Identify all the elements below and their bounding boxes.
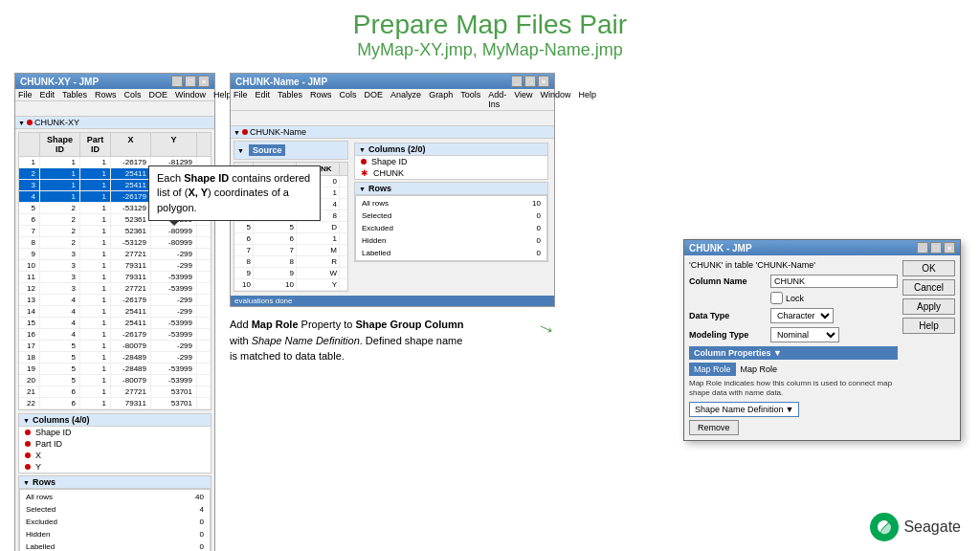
menu-tables[interactable]: Tables	[62, 90, 87, 99]
maximize-button[interactable]: □	[524, 76, 536, 87]
column-x: X	[19, 450, 211, 461]
name-columns-header: ▼ Columns (2/0)	[355, 143, 547, 156]
chunk-name-title: CHUNK-Name - JMP	[235, 77, 327, 87]
close-button[interactable]: ×	[538, 76, 549, 87]
table-row[interactable]: 1341-26179-299	[19, 295, 211, 306]
chunk-xy-controls[interactable]: _ □ ×	[171, 76, 210, 87]
chunk-xy-toolbar	[15, 101, 214, 117]
popup-controls[interactable]: _ □ ×	[917, 242, 955, 253]
shape-name-def-label: Shape Name Definition	[695, 405, 784, 414]
map-role-button[interactable]: Map Role	[689, 363, 736, 376]
data-type-row: Data Type Character Numeric	[689, 308, 898, 323]
modeling-type-row: Modeling Type Nominal Ordinal Continuous	[689, 327, 898, 342]
help-button[interactable]: Help	[902, 318, 955, 334]
menu-tables2[interactable]: Tables	[278, 90, 302, 109]
menu-cols2[interactable]: Cols	[340, 90, 357, 109]
table-row[interactable]: 821-53129-80999	[19, 237, 211, 249]
menu-help[interactable]: Help	[213, 90, 232, 99]
all-rows-label: All rows	[22, 492, 152, 502]
xy-rows-panel: ▼ Rows All rows40 Selected4 Excluded0 Hi…	[18, 475, 212, 551]
table-row[interactable]: 144125411-299	[19, 306, 211, 318]
menu-window2[interactable]: Window	[541, 90, 571, 109]
seagate-logo: Seagate	[870, 513, 961, 541]
table-row[interactable]: 113179311-53999	[19, 272, 211, 283]
maximize-button[interactable]: □	[185, 76, 196, 87]
chunk-xy-title: CHUNK-XY - JMP	[20, 77, 99, 87]
menu-addins2[interactable]: Add-Ins	[488, 90, 506, 109]
map-role-value: Map Role	[739, 363, 780, 376]
chunk-xy-nav: ▼ CHUNK-XY	[15, 117, 214, 129]
table-row[interactable]: 123127721-53999	[19, 283, 211, 295]
map-role-row: Map Role Map Role	[689, 363, 898, 376]
table-row[interactable]: 1010Y	[234, 279, 347, 291]
column-part-id: Part ID	[19, 438, 211, 450]
menu-edit[interactable]: Edit	[40, 90, 56, 99]
chunk-name-controls[interactable]: _ □ ×	[511, 76, 549, 87]
table-row[interactable]: 2051-80079-53999	[19, 375, 211, 386]
close-button[interactable]: ×	[198, 76, 210, 87]
ok-button[interactable]: OK	[902, 260, 955, 276]
menu-edit2[interactable]: Edit	[256, 90, 271, 109]
menu-tools2[interactable]: Tools	[460, 90, 480, 109]
lock-checkbox[interactable]	[770, 292, 783, 304]
table-row[interactable]: 77M	[234, 245, 347, 256]
table-row[interactable]: 72152361-80999	[19, 226, 211, 237]
popup-minimize[interactable]: _	[917, 242, 928, 253]
menu-cols[interactable]: Cols	[124, 90, 142, 99]
chunk-name-nav: ▼ CHUNK-Name	[231, 126, 554, 139]
table-row[interactable]: 55D	[234, 222, 347, 233]
apply-button[interactable]: Apply	[902, 298, 955, 315]
data-type-label: Data Type	[689, 311, 770, 320]
menu-rows[interactable]: Rows	[95, 90, 117, 99]
table-row[interactable]: 103179311-299	[19, 260, 211, 272]
page-title: Prepare Map Files Pair	[0, 10, 980, 40]
labelled-label: Labelled	[22, 541, 152, 551]
menu-file[interactable]: File	[18, 90, 33, 99]
minimize-button[interactable]: _	[511, 76, 523, 87]
table-row[interactable]: 93127721-299	[19, 249, 211, 260]
header-y: Y	[151, 133, 197, 156]
nav-triangle: ▼	[18, 120, 25, 126]
header-shapeid: Shape ID	[40, 133, 80, 156]
menu-graph2[interactable]: Graph	[429, 90, 453, 109]
table-row[interactable]: 1851-28489-299	[19, 352, 211, 364]
menu-rows2[interactable]: Rows	[310, 90, 332, 109]
table-row[interactable]: 21612772153701	[19, 386, 211, 398]
nav-label2: CHUNK-Name	[250, 127, 306, 137]
table-row[interactable]: 661	[234, 233, 347, 245]
excluded-value: 0	[154, 517, 208, 527]
table-row[interactable]: 22617931153701	[19, 398, 211, 409]
menu-window[interactable]: Window	[175, 90, 206, 99]
labelled-value: 0	[154, 541, 208, 551]
table-row[interactable]: 154125411-53999	[19, 318, 211, 329]
chevron-down-icon: ▼	[786, 405, 794, 414]
selected-label: Selected	[22, 504, 152, 515]
menu-view2[interactable]: View	[514, 90, 532, 109]
menu-help2[interactable]: Help	[579, 90, 597, 109]
menu-doe2[interactable]: DOE	[365, 90, 384, 109]
chunk-xy-titlebar: CHUNK-XY - JMP _ □ ×	[15, 74, 214, 89]
table-row[interactable]: 1951-28489-53999	[19, 364, 211, 375]
name-rows-header: ▼ Rows	[355, 183, 547, 195]
table-row[interactable]: 99W	[234, 268, 347, 279]
chunk-xy-menu: File Edit Tables Rows Cols DOE Window He…	[15, 89, 214, 101]
header-x: X	[111, 133, 151, 156]
data-type-select[interactable]: Character Numeric	[770, 308, 834, 323]
popup-close[interactable]: ×	[944, 242, 955, 253]
table-row[interactable]: 1751-80079-299	[19, 341, 211, 352]
column-name-input[interactable]	[770, 275, 898, 288]
menu-doe[interactable]: DOE	[149, 90, 168, 99]
popup-maximize[interactable]: □	[930, 242, 942, 253]
col-props-header: Column Properties ▼	[689, 346, 898, 360]
name-columns-panel: ▼ Columns (2/0) Shape ID ✱ CHUNK	[354, 143, 548, 180]
table-row[interactable]: 88R	[234, 256, 347, 268]
hidden-value: 0	[154, 529, 208, 540]
menu-analyze2[interactable]: Analyze	[390, 90, 421, 109]
cancel-button[interactable]: Cancel	[902, 279, 955, 296]
minimize-button[interactable]: _	[171, 76, 183, 87]
table-row[interactable]: 1641-26179-53999	[19, 329, 211, 341]
remove-button[interactable]: Remove	[689, 420, 739, 435]
modeling-type-select[interactable]: Nominal Ordinal Continuous	[770, 327, 839, 342]
shape-name-def-button[interactable]: Shape Name Definition ▼	[689, 402, 799, 417]
menu-file2[interactable]: File	[234, 90, 248, 109]
